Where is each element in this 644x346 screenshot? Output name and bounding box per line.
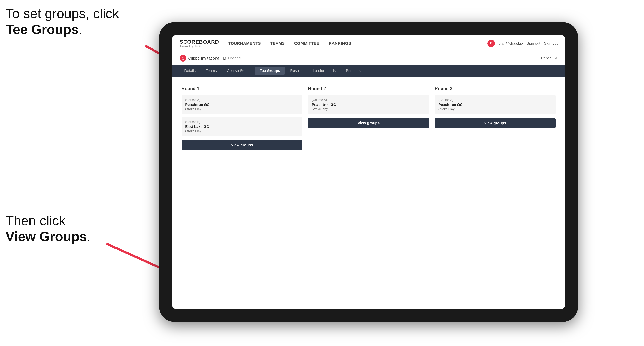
instruction-period: . [79, 22, 82, 37]
sub-header-hosting: Hosting [228, 56, 240, 60]
user-email: blair@clippd.io [498, 41, 523, 45]
instruction-top: To set groups, click Tee Groups. [6, 5, 119, 37]
main-navigation: TOURNAMENTS TEAMS COMMITTEE RANKINGS [228, 41, 488, 46]
content-area: Round 1 (Course A) Peachtree GC Stroke P… [172, 77, 565, 309]
instruction-period2: . [87, 229, 90, 244]
nav-tournaments[interactable]: TOURNAMENTS [228, 41, 261, 46]
sign-out-text[interactable]: Sign out [544, 41, 558, 45]
round-2-column: Round 2 (Course A) Peachtree GC Stroke P… [308, 86, 429, 150]
round-3-view-groups-button[interactable]: View groups [435, 118, 556, 128]
nav-right: B blair@clippd.io Sign out Sign out [488, 40, 558, 47]
instruction-line1: To set groups, click [6, 6, 119, 21]
logo-area: SCOREBOARD Powered by clippit [180, 39, 219, 48]
instruction-bottom: Then click View Groups. [6, 213, 90, 245]
logo-text: SCOREBOARD [180, 39, 219, 45]
round-1-course-a-format: Stroke Play [185, 107, 299, 111]
round-1-course-a-card: (Course A) Peachtree GC Stroke Play [182, 95, 302, 114]
tab-leaderboards[interactable]: Leaderboards [308, 67, 340, 75]
instruction-then-click: Then click [6, 213, 66, 228]
tab-tee-groups[interactable]: Tee Groups [255, 67, 285, 75]
instruction-view-groups: View Groups [6, 229, 87, 244]
round-1-course-b-card: (Course B) East Lake GC Stroke Play [182, 117, 302, 136]
tab-printables[interactable]: Printables [341, 67, 367, 75]
tab-details[interactable]: Details [180, 67, 200, 75]
round-3-course-a-name: Peachtree GC [438, 103, 552, 107]
logo-sub: Powered by clippit [180, 45, 219, 48]
tabs-bar: Details Teams Course Setup Tee Groups Re… [172, 65, 565, 77]
round-2-course-a-label: (Course A) [312, 98, 425, 102]
cancel-x-icon[interactable]: ✕ [554, 56, 558, 60]
round-1-course-a-label: (Course A) [185, 98, 299, 102]
tablet-screen: SCOREBOARD Powered by clippit TOURNAMENT… [172, 35, 565, 309]
nav-committee[interactable]: COMMITTEE [294, 41, 320, 46]
tablet-device: SCOREBOARD Powered by clippit TOURNAMENT… [159, 22, 578, 322]
tab-results[interactable]: Results [286, 67, 307, 75]
rounds-container: Round 1 (Course A) Peachtree GC Stroke P… [182, 86, 556, 150]
nav-teams[interactable]: TEAMS [270, 41, 285, 46]
round-3-column: Round 3 (Course A) Peachtree GC Stroke P… [435, 86, 556, 150]
round-2-course-a-card: (Course A) Peachtree GC Stroke Play [308, 95, 429, 114]
round-1-title: Round 1 [182, 86, 302, 91]
instruction-tee-groups: Tee Groups [6, 22, 79, 37]
sub-header-logo: C Clippd Invitational (M Hosting [180, 55, 541, 62]
round-3-course-a-card: (Course A) Peachtree GC Stroke Play [435, 95, 556, 114]
cancel-button[interactable]: Cancel [541, 56, 552, 60]
round-3-course-a-format: Stroke Play [438, 107, 552, 111]
round-3-course-a-label: (Course A) [438, 98, 552, 102]
main-nav-bar: SCOREBOARD Powered by clippit TOURNAMENT… [172, 35, 565, 52]
round-1-view-groups-button[interactable]: View groups [182, 140, 302, 150]
sub-header: C Clippd Invitational (M Hosting Cancel … [172, 52, 565, 65]
tab-course-setup[interactable]: Course Setup [222, 67, 254, 75]
round-1-course-b-format: Stroke Play [185, 129, 299, 133]
sub-header-title: Clippd Invitational (M [188, 56, 226, 61]
round-1-column: Round 1 (Course A) Peachtree GC Stroke P… [182, 86, 302, 150]
round-2-title: Round 2 [308, 86, 429, 91]
round-2-course-a-name: Peachtree GC [312, 103, 425, 107]
tab-teams[interactable]: Teams [201, 67, 221, 75]
round-2-view-groups-button[interactable]: View groups [308, 118, 429, 128]
round-1-course-b-name: East Lake GC [185, 125, 299, 129]
sub-header-c-icon: C [180, 55, 186, 62]
sign-out-link[interactable]: Sign out [526, 41, 540, 45]
round-3-title: Round 3 [435, 86, 556, 91]
nav-rankings[interactable]: RANKINGS [328, 41, 351, 46]
user-avatar: B [488, 40, 495, 47]
round-1-course-b-label: (Course B) [185, 120, 299, 124]
round-2-course-a-format: Stroke Play [312, 107, 425, 111]
round-1-course-a-name: Peachtree GC [185, 103, 299, 107]
